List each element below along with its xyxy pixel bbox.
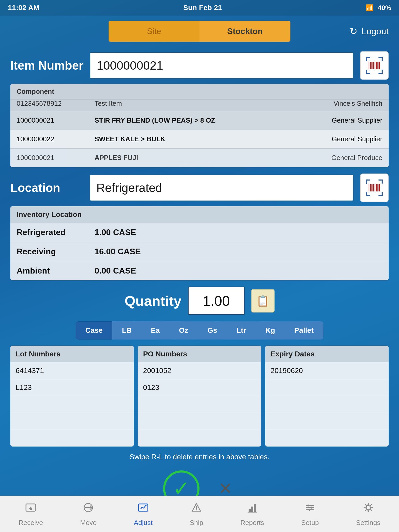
po-number-row[interactable]: 0123 [138, 379, 261, 396]
nav-item-receive[interactable]: Receive [14, 499, 48, 529]
inv-loc-3: Ambient [17, 266, 95, 276]
svg-rect-19 [382, 179, 383, 184]
inventory-row-refrigerated: Refrigerated 1.00 CASE [10, 223, 389, 242]
lot-number-row[interactable]: L123 [10, 379, 134, 396]
nav-label-move: Move [80, 519, 97, 527]
status-time: 11:02 AM [8, 4, 39, 12]
quantity-section: Quantity 1.00 📋 [0, 280, 399, 321]
expiry-date-row-empty[interactable] [265, 413, 389, 430]
row2-col3: General Supplier [299, 135, 382, 143]
table-row[interactable]: 1000000021 APPLES FUJI General Produce [10, 149, 389, 167]
expiry-date-row-empty[interactable] [265, 430, 389, 447]
svg-rect-44 [254, 504, 256, 512]
nav-item-reports[interactable]: Reports [235, 499, 269, 529]
item-number-label: Item Number [10, 58, 83, 72]
inventory-row-ambient: Ambient 0.00 CASE [10, 261, 389, 280]
component-col1-header: Component [17, 88, 95, 96]
receive-icon [24, 501, 37, 517]
nav-item-move[interactable]: Move [75, 499, 102, 529]
quantity-label: Quantity [124, 293, 181, 309]
barcode-scan-icon [364, 55, 385, 76]
unit-btn-oz[interactable]: Oz [169, 321, 198, 340]
svg-rect-14 [377, 62, 378, 69]
row1-col2: STIR FRY BLEND (LOW PEAS) > 8 OZ [95, 116, 299, 124]
row3-col1: 1000000021 [17, 154, 95, 162]
po-number-row[interactable]: 2001052 [138, 362, 261, 379]
svg-rect-5 [366, 70, 367, 74]
lot-number-row-empty[interactable] [10, 430, 134, 447]
row1-col1: 1000000021 [17, 116, 95, 124]
po-number-row-empty[interactable] [138, 396, 261, 413]
nav-item-setup[interactable]: Setup [296, 499, 324, 529]
move-icon [82, 501, 95, 517]
svg-rect-15 [379, 62, 380, 69]
svg-rect-17 [366, 179, 367, 184]
svg-point-38 [145, 505, 147, 506]
component-subheader-row: 012345678912 Test Item Vince's Shellfish [10, 99, 389, 111]
po-number-row-empty[interactable] [138, 413, 261, 430]
inventory-location-header: Inventory Location [10, 206, 389, 223]
lot-number-row[interactable]: 6414371 [10, 362, 134, 379]
header-area: Site Stockton ↻ Logout [0, 16, 399, 47]
expiry-date-row-empty[interactable] [265, 379, 389, 396]
svg-rect-12 [375, 62, 375, 69]
svg-rect-31 [379, 184, 380, 191]
battery-indicator: 40% [378, 4, 391, 12]
nav-item-adjust[interactable]: Adjust [129, 499, 158, 529]
unit-btn-ltr[interactable]: Ltr [227, 321, 256, 340]
expiry-date-row[interactable]: 20190620 [265, 362, 389, 379]
nav-item-ship[interactable]: Ship [184, 499, 208, 529]
table-row[interactable]: 1000000021 STIR FRY BLEND (LOW PEAS) > 8… [10, 111, 389, 130]
item-scan-button[interactable] [360, 51, 389, 80]
site-stockton-toggle: Site Stockton [109, 21, 290, 42]
po-numbers-table: PO Numbers 2001052 0123 [138, 346, 261, 447]
wifi-icon: 📶 [366, 4, 374, 11]
settings-icon [362, 501, 375, 517]
po-number-row-empty[interactable] [138, 430, 261, 447]
table-row[interactable]: 1000000022 SWEET KALE > BULK General Sup… [10, 130, 389, 149]
lot-po-expiry-tables: Lot Numbers 6414371 L123 PO Numbers 2001… [10, 346, 389, 447]
nav-label-reports: Reports [240, 519, 264, 527]
svg-rect-25 [370, 184, 371, 191]
stockton-button[interactable]: Stockton [200, 21, 290, 42]
svg-rect-9 [370, 62, 371, 69]
unit-btn-gs[interactable]: Gs [198, 321, 227, 340]
nav-label-adjust: Adjust [134, 519, 152, 527]
unit-btn-ea[interactable]: Ea [141, 321, 169, 340]
status-day: Sun Feb 21 [183, 4, 222, 12]
refresh-icon[interactable]: ↻ [350, 26, 357, 37]
unit-btn-kg[interactable]: Kg [256, 321, 284, 340]
quantity-input[interactable]: 1.00 [188, 287, 245, 315]
lot-number-row-empty[interactable] [10, 413, 134, 430]
location-section: Location [0, 169, 399, 206]
svg-rect-27 [373, 184, 374, 191]
inventory-row-receiving: Receiving 16.00 CASE [10, 242, 389, 261]
lot-number-row-empty[interactable] [10, 396, 134, 413]
location-scan-button[interactable] [360, 174, 389, 202]
unit-btn-pallet[interactable]: Pallet [285, 321, 323, 340]
clipboard-icon: 📋 [256, 295, 269, 307]
logout-button[interactable]: Logout [362, 26, 389, 36]
unit-buttons-group: Case LB Ea Oz Gs Ltr Kg Pallet [10, 321, 389, 340]
svg-rect-29 [376, 184, 377, 191]
row3-col3: General Produce [299, 154, 382, 162]
expiry-dates-header: Expiry Dates [265, 346, 389, 362]
swipe-hint: Swipe R-L to delete entries in above tab… [0, 449, 399, 465]
status-bar: 11:02 AM Sun Feb 21 📶 40% [0, 0, 399, 16]
clipboard-button[interactable]: 📋 [251, 289, 275, 312]
quantity-value: 1.00 [203, 293, 230, 309]
unit-btn-case[interactable]: Case [76, 321, 112, 340]
site-button[interactable]: Site [109, 21, 200, 42]
unit-btn-lb[interactable]: LB [112, 321, 141, 340]
inv-qty-2: 16.00 CASE [95, 247, 141, 256]
svg-rect-23 [382, 192, 383, 196]
location-input[interactable] [89, 174, 354, 201]
svg-rect-1 [366, 57, 367, 61]
bottom-navigation: Receive Move Adjust Ship Reports [0, 496, 399, 532]
nav-item-settings[interactable]: Settings [351, 499, 386, 529]
svg-rect-21 [366, 192, 367, 196]
component-table-header: Component [10, 84, 389, 99]
inv-qty-1: 1.00 CASE [95, 228, 136, 237]
expiry-date-row-empty[interactable] [265, 396, 389, 413]
item-number-input[interactable] [90, 52, 354, 79]
